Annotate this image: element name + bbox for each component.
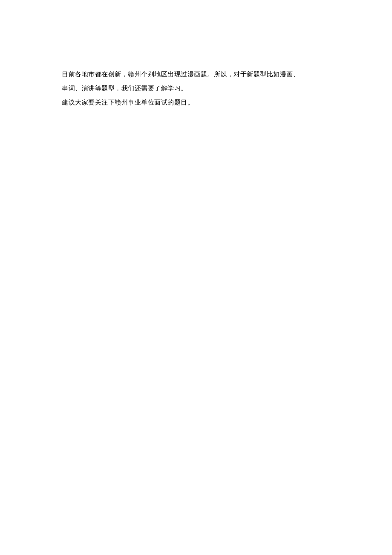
paragraph-line: 串词、演讲等题型，我们还需要了解学习。 — [62, 81, 332, 96]
paragraph-line: 目前各地市都在创新，赣州个别地区出现过漫画题。所以，对于新题型比如漫画、 — [62, 67, 332, 81]
document-content: 目前各地市都在创新，赣州个别地区出现过漫画题。所以，对于新题型比如漫画、 串词、… — [62, 67, 332, 110]
paragraph-line: 建议大家要关注下赣州事业单位面试的题目。 — [62, 96, 332, 110]
